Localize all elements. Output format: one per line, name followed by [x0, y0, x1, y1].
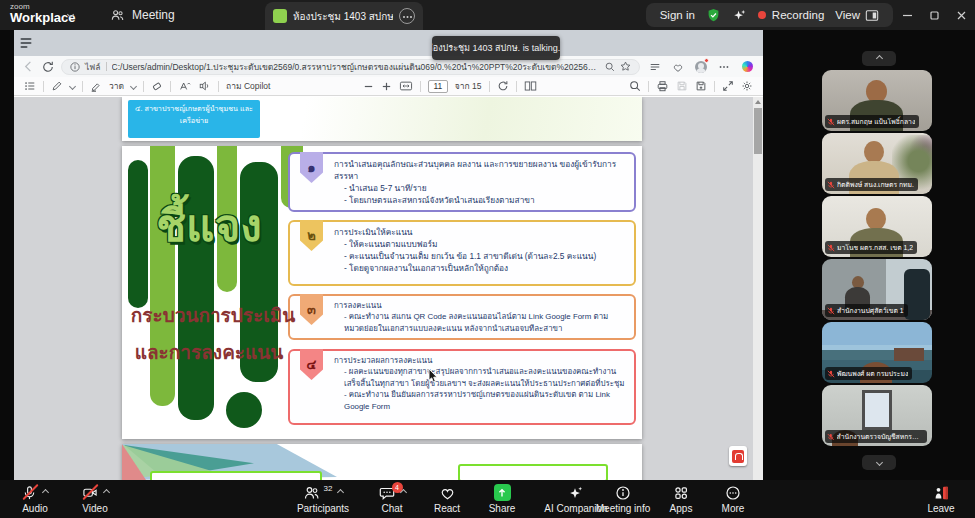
draw-label[interactable]: วาด	[109, 79, 124, 93]
zoom-out-icon[interactable]	[363, 81, 374, 92]
participants-options-icon[interactable]	[337, 489, 344, 496]
url-field[interactable]: ไฟล์ C:/Users/admin/Desktop/1.ประชุมระดั…	[61, 59, 640, 75]
favorite-star-icon[interactable]	[620, 61, 631, 72]
video-options-icon[interactable]	[102, 489, 109, 496]
read-aloud-icon[interactable]	[198, 80, 211, 92]
participant-name: มาโนช ผตร.กสส. เขต 1,2	[837, 242, 913, 253]
react-button[interactable]: React	[424, 483, 470, 514]
fit-width-icon[interactable]	[399, 80, 413, 92]
tab-search-icon[interactable]	[19, 36, 33, 50]
rotate-icon[interactable]	[497, 80, 509, 92]
eraser-icon[interactable]	[151, 80, 163, 92]
draw-dropdown-icon[interactable]	[130, 82, 137, 89]
settings-gear-icon[interactable]	[741, 80, 753, 92]
scroll-up-icon[interactable]	[755, 100, 761, 104]
category-box-cyan: ๔. สาขาปราชญ์เกษตรผู้นำชุมชน และเครือข่า…	[128, 100, 260, 138]
chat-button[interactable]: 4 Chat	[369, 483, 415, 514]
recording-dot-icon	[758, 11, 766, 19]
participant-tile[interactable]: สำนักงานตรวจบัญชีสหกรณ์ที่...	[822, 385, 932, 446]
ai-sparkle-icon[interactable]	[732, 8, 747, 23]
maximize-button[interactable]	[921, 0, 948, 30]
more-button[interactable]: More	[711, 483, 755, 514]
app-titlebar: zoom Workplace Meeting ห้องประชุม 1403 ส…	[0, 0, 975, 30]
zoom-page-icon[interactable]	[605, 62, 615, 72]
open-in-acrobat-button[interactable]	[729, 446, 747, 466]
highlighter-icon[interactable]	[90, 80, 102, 92]
page-number-input[interactable]	[428, 80, 448, 93]
minimize-button[interactable]	[894, 0, 921, 30]
favorites-bar-icon[interactable]	[647, 59, 663, 75]
participant-name: กิตติพงษ์ สนง.เกษตร กทม.	[837, 179, 914, 190]
point-line: - ให้คะแนนตามแบบฟอร์ม	[334, 238, 626, 250]
chevron-down-icon	[875, 459, 882, 466]
tab-meeting[interactable]: Meeting	[110, 0, 175, 30]
leave-icon	[933, 485, 950, 501]
security-shield-icon[interactable]	[706, 8, 721, 23]
tab-shared-screen[interactable]: ห้องประชุม 1403 สปกษ.'s screen	[265, 2, 423, 30]
audio-options-icon[interactable]	[42, 489, 49, 496]
scrollbar-thumb[interactable]	[754, 108, 762, 154]
audio-button[interactable]: Audio	[10, 483, 60, 514]
meeting-toolbar: Audio Video 32 Participants 4	[0, 480, 975, 518]
participants-button[interactable]: 32 Participants	[290, 483, 356, 514]
participant-video	[894, 348, 924, 361]
apps-button[interactable]: Apps	[660, 483, 702, 514]
copilot-icon[interactable]	[739, 59, 755, 75]
profile-avatar[interactable]	[693, 59, 709, 75]
collections-icon[interactable]	[670, 59, 686, 75]
point-line: - คณะทำงาน ยืนยันผลการสรรหาปราชญ์เกษตรขอ…	[334, 389, 626, 412]
view-button[interactable]: View	[835, 9, 879, 22]
meeting-info-label: Meeting info	[596, 503, 650, 514]
participant-tile[interactable]: ผตร.สมกฤษ แป้นโพธิ์กลาง	[822, 70, 932, 131]
print-icon[interactable]	[656, 80, 669, 92]
fullscreen-icon[interactable]	[722, 80, 734, 92]
participant-name-bar: กิตติพงษ์ สนง.เกษตร กทม.	[825, 178, 918, 191]
pen-icon[interactable]	[51, 80, 63, 92]
save-as-icon[interactable]	[695, 80, 707, 92]
tab-options-ellipsis-icon[interactable]	[399, 8, 415, 24]
zoom-in-icon[interactable]	[381, 81, 392, 92]
pdf-scrollbar[interactable]	[753, 97, 763, 480]
slide-point-box-4: ๔ การประมวลผลการลงคะแนน - ผลคะแนนของทุกส…	[288, 349, 636, 425]
participant-name: พัฒนพงศ์ ผต กรมประมง	[837, 368, 908, 379]
save-icon[interactable]	[676, 80, 688, 92]
meeting-info-button[interactable]: Meeting info	[591, 483, 655, 514]
text-select-icon[interactable]	[178, 80, 191, 92]
share-label: Share	[489, 503, 516, 514]
ask-copilot-button[interactable]: ถาม Copilot	[226, 79, 270, 93]
page-view-icon[interactable]	[524, 80, 537, 92]
mic-muted-icon	[827, 181, 835, 189]
toc-icon[interactable]	[24, 80, 36, 92]
video-button[interactable]: Video	[70, 483, 120, 514]
participant-tile[interactable]: พัฒนพงศ์ ผต กรมประมง	[822, 322, 932, 383]
shared-screen-view: 1.สรรหาปราชญ์(นำเสนอผู้ตรวจ)(มีคลิ... 1.…	[0, 30, 818, 480]
slide-point-box-1: ๑ การนำเสนอคุณลักษณะส่วนบุคคล ผลงาน และก…	[288, 152, 636, 212]
deco-stripe	[150, 146, 175, 406]
refresh-icon[interactable]	[42, 61, 54, 73]
participant-tile[interactable]: มาโนช ผตร.กสส. เขต 1,2	[822, 196, 932, 257]
share-screen-icon	[494, 484, 511, 501]
leave-button[interactable]: Leave	[918, 483, 964, 514]
video-label: Video	[82, 503, 107, 514]
url-scheme-label: ไฟล์	[85, 60, 101, 74]
close-button[interactable]	[948, 0, 975, 30]
more-icon	[725, 485, 741, 501]
recording-indicator[interactable]: Recording	[758, 9, 824, 21]
search-icon[interactable]	[629, 80, 641, 92]
participant-tile[interactable]: สำนักงานปศุสัตว์เขต 1	[822, 259, 932, 320]
pdf-toolbar-left: วาด ถาม Copilot	[24, 79, 270, 93]
share-button[interactable]: Share	[479, 483, 525, 514]
participant-name-bar: มาโนช ผตร.กสส. เขต 1,2	[825, 241, 917, 254]
back-icon[interactable]	[22, 60, 35, 73]
scroll-participants-down-button[interactable]	[862, 455, 896, 470]
chat-options-icon[interactable]	[399, 489, 406, 496]
mic-muted-icon	[827, 370, 835, 378]
participants-count: 32	[324, 484, 333, 493]
participant-name-bar: ผตร.สมกฤษ แป้นโพธิ์กลาง	[825, 115, 919, 128]
browser-menu-icon[interactable]	[716, 59, 732, 75]
scroll-participants-up-button[interactable]	[862, 51, 896, 66]
participants-strip: ผตร.สมกฤษ แป้นโพธิ์กลาง กิตติพงษ์ สนง.เก…	[818, 30, 975, 480]
participant-tile[interactable]: กิตติพงษ์ สนง.เกษตร กทม.	[822, 133, 932, 194]
sign-in-button[interactable]: Sign in	[660, 9, 695, 21]
pen-dropdown-icon[interactable]	[69, 82, 76, 89]
